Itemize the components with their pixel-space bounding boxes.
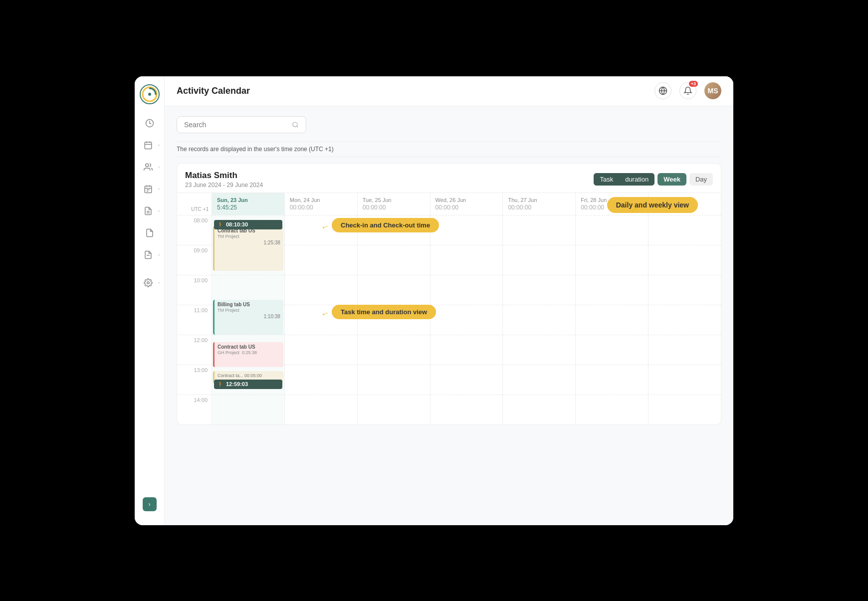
calendar-controls-area: Daily and weekly view → Task duration We…: [594, 173, 713, 186]
chevron-right-icon: ›: [158, 252, 160, 257]
day-name: Sat, 29 Jun: [653, 197, 716, 203]
day-columns: 🚶 08:10:30 Contract tab US TM Project 1:…: [212, 215, 721, 424]
globe-button[interactable]: [654, 82, 671, 99]
day-col-header-mon: Mon, 24 Jun 00:00:00: [285, 193, 358, 215]
svg-point-8: [146, 164, 149, 167]
time-slot-11: 11:00: [177, 305, 212, 335]
calendar-container: 08:00 09:00 10:00 11:00 12:00 13:00 14:0…: [177, 215, 721, 424]
day-time: 00:00:00: [581, 204, 643, 211]
checkin-callout: Check-in and Check-out time: [332, 218, 439, 232]
checkin-icon: 🚶: [217, 221, 224, 228]
calendar-user-name: Matias Smith: [185, 171, 263, 181]
timezone-notice: The records are displayed in the user's …: [177, 141, 721, 157]
event-subtitle: GH Project 0:25:38: [217, 350, 280, 355]
view-duration-button[interactable]: duration: [619, 173, 654, 186]
day-col-header-sun: Sun, 23 Jun 5:45:25: [212, 193, 285, 215]
time-slot-14: 14:00: [177, 395, 212, 424]
sidebar-item-settings[interactable]: ›: [139, 274, 160, 292]
time-slot-10: 10:00: [177, 275, 212, 305]
day-col-header-fri: Fri, 28 Jun 00:00:00: [576, 193, 649, 215]
calendar-grid: 08:00 09:00 10:00 11:00 12:00 13:00 14:0…: [177, 215, 721, 424]
view-week-button[interactable]: Week: [657, 173, 686, 186]
sidebar-item-history[interactable]: [141, 114, 159, 132]
event-subtitle: TM Project: [217, 234, 280, 239]
day-col-header-thu: Thu, 27 Jun 00:00:00: [503, 193, 576, 215]
sidebar-item-docs[interactable]: ›: [139, 246, 160, 264]
day-name: Tue, 25 Jun: [363, 197, 425, 203]
event-title: Contract tab US: [217, 344, 280, 350]
task-event-4-label: Contract ta... 00:05:00: [217, 373, 280, 378]
day-col-header-wed: Wed, 26 Jun 00:00:00: [431, 193, 503, 215]
checkin-event: 🚶 08:10:30: [214, 220, 282, 229]
day-time: 5:45:25: [217, 204, 279, 211]
day-name: Sun, 23 Jun: [217, 197, 279, 203]
page-title: Activity Calendar: [177, 86, 250, 96]
sidebar-item-people[interactable]: ›: [139, 158, 160, 176]
chevron-right-icon: ›: [158, 143, 160, 148]
day-col-sat: [649, 215, 721, 424]
calendar-header: Matias Smith 23 June 2024 - 29 June 2024…: [177, 164, 721, 193]
search-icon: [292, 121, 299, 128]
checkout-badge: 🚶 12:59:03: [214, 380, 282, 389]
day-time: 00:00:00: [435, 204, 498, 211]
user-avatar[interactable]: MS: [704, 82, 721, 99]
day-time: 00:00:00: [363, 204, 425, 211]
checkin-time: 08:10:30: [226, 221, 248, 227]
day-time: 00:00:00: [653, 204, 716, 211]
main-content: The records are displayed in the user's …: [165, 106, 733, 525]
checkout-icon: 🚶: [217, 381, 224, 388]
day-col-header-sat: Sat, 29 Jun 00:00:00: [649, 193, 721, 215]
time-slot-09: 09:00: [177, 245, 212, 275]
task-duration-group: Task duration: [594, 173, 654, 186]
day-col-tue: [358, 215, 431, 424]
sidebar-item-reports[interactable]: ›: [139, 202, 160, 220]
event-title: Billing tab US: [217, 302, 280, 308]
notification-badge: +3: [689, 81, 698, 87]
sidebar-item-schedule[interactable]: ›: [139, 180, 160, 198]
day-name: Mon, 24 Jun: [290, 197, 352, 203]
expand-icon: ›: [149, 501, 151, 508]
header-actions: +3 MS: [654, 82, 721, 99]
notification-button[interactable]: +3: [679, 82, 696, 99]
app-logo[interactable]: [140, 84, 160, 104]
hour-row-14: [212, 395, 284, 424]
day-col-mon: [285, 215, 358, 424]
svg-point-21: [293, 122, 297, 126]
view-task-button[interactable]: Task: [594, 173, 619, 186]
chevron-right-icon: ›: [158, 165, 160, 170]
sidebar-item-file[interactable]: [141, 224, 159, 242]
day-col-thu: [503, 215, 576, 424]
day-name: Thu, 27 Jun: [508, 197, 570, 203]
day-col-header-tue: Tue, 25 Jun 00:00:00: [358, 193, 431, 215]
time-slot-13: 13:00: [177, 365, 212, 395]
time-slot-08: 08:00: [177, 215, 212, 245]
day-time: 00:00:00: [508, 204, 570, 211]
checkout-time: 12:59:03: [226, 381, 248, 387]
chevron-right-icon: ›: [158, 208, 160, 213]
event-duration: 1:10:38: [217, 314, 280, 319]
task-event-3: Contract tab US GH Project 0:25:38: [213, 342, 283, 367]
calendar-date-range: 23 June 2024 - 29 June 2024: [185, 182, 263, 189]
search-bar[interactable]: [177, 116, 306, 133]
app-header: Activity Calendar +3 MS: [165, 76, 733, 106]
checkin-badge: 🚶 08:10:30: [214, 220, 282, 229]
svg-point-18: [147, 281, 150, 284]
day-time: 00:00:00: [290, 204, 352, 211]
view-day-button[interactable]: Day: [689, 173, 713, 186]
sidebar-item-calendar[interactable]: ›: [139, 136, 160, 154]
chevron-right-icon: ›: [158, 280, 160, 285]
search-input[interactable]: [184, 121, 292, 129]
day-name: Wed, 26 Jun: [435, 197, 498, 203]
sidebar-expand-button[interactable]: ›: [143, 497, 157, 511]
utc-label: UTC +1: [177, 193, 212, 215]
svg-point-2: [148, 93, 151, 96]
day-col-fri: [576, 215, 649, 424]
calendar-view-controls: Task duration Week Day: [594, 173, 713, 186]
task-event-2: Billing tab US TM Project 1:10:38: [213, 300, 283, 335]
calendar-section: Matias Smith 23 June 2024 - 29 June 2024…: [177, 163, 721, 425]
svg-rect-4: [145, 142, 152, 149]
day-col-wed: [431, 215, 503, 424]
time-slot-12: 12:00: [177, 335, 212, 365]
sidebar: › ›: [135, 76, 165, 525]
time-column: 08:00 09:00 10:00 11:00 12:00 13:00 14:0…: [177, 215, 212, 424]
